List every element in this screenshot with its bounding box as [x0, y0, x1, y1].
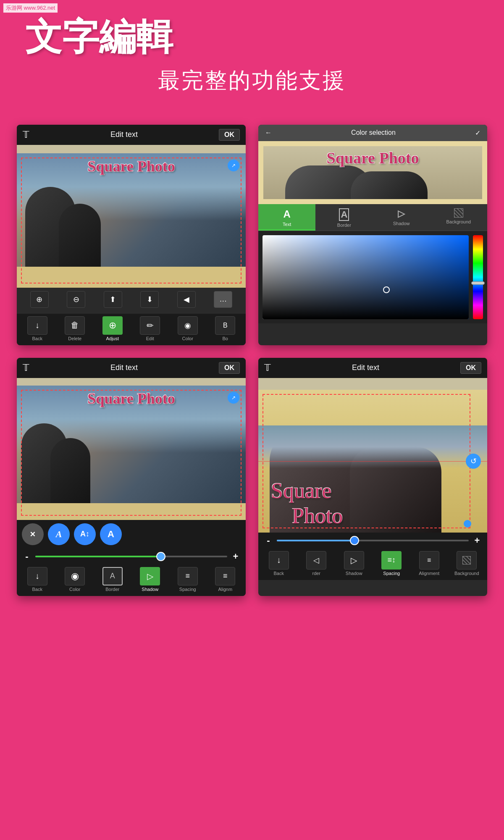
color-hue-bar[interactable]: [473, 235, 483, 319]
panel4-anchor[interactable]: [464, 520, 471, 528]
p3-back-btn[interactable]: ↓ Back: [25, 567, 50, 592]
delete-label: Delete: [68, 336, 81, 341]
p4-slider-thumb[interactable]: [350, 536, 359, 545]
panel4-top-strip: [258, 378, 487, 390]
panel2-figures: [263, 162, 482, 199]
p4-slider-track[interactable]: [277, 540, 469, 541]
hue-slider[interactable]: [471, 281, 485, 285]
p3-border-btn[interactable]: A Border: [100, 567, 125, 592]
p3-color-icon: ◉: [65, 567, 85, 585]
panel1-adjust-btn[interactable]: ⊕ Adjust: [100, 316, 125, 341]
p3-color-btn[interactable]: ◉ Color: [62, 567, 87, 592]
color-cursor[interactable]: [383, 286, 390, 293]
panel1-top-strip: [17, 145, 246, 153]
panel2-topbar: ← Color selection ✓: [258, 125, 487, 141]
panel4-rotate-handle[interactable]: ↺: [466, 454, 481, 469]
tab-shadow-icon: ▷: [398, 208, 405, 219]
more-icon[interactable]: …: [214, 291, 232, 308]
p3-shadow-btn[interactable]: ▷ Shadow: [137, 567, 163, 592]
panel1-delete-btn[interactable]: 🗑 Delete: [62, 316, 87, 341]
panel1-color-btn[interactable]: ◉ Color: [175, 316, 200, 341]
panel4-slider-row: - +: [258, 533, 487, 549]
slider-thumb[interactable]: [156, 552, 165, 561]
p4-slider-plus[interactable]: +: [472, 535, 482, 546]
panel1-bottom-nav: ↓ Back 🗑 Delete ⊕ Adjust ✏ Edit ◉ Color …: [17, 314, 246, 345]
tab-background-label: Background: [446, 219, 471, 224]
panel1-bottom-cream: [17, 267, 246, 288]
panel3-slider-row: - +: [17, 549, 246, 564]
color-icon: ◉: [178, 316, 198, 335]
zoom-in-icon[interactable]: ⊕: [30, 291, 49, 308]
panel1-back-btn[interactable]: ↓ Back: [25, 316, 50, 341]
move-left-icon[interactable]: ◀: [177, 291, 196, 308]
slider-minus[interactable]: -: [22, 551, 32, 562]
main-subtitle: 最完整的功能支援: [25, 66, 479, 95]
panel-4-spacing: 𝕋 Edit text OK ↺ Square Photo: [258, 358, 487, 596]
p4-background-btn[interactable]: Background: [454, 551, 479, 576]
zoom-out-icon[interactable]: ⊖: [67, 291, 85, 308]
panel4-script-text2: Photo: [292, 504, 343, 528]
panel2-preview: Square Photo: [258, 141, 487, 204]
color-label: Color: [182, 336, 193, 341]
panel-1-edit-text: 𝕋 Edit text OK Square Photo: [17, 125, 246, 345]
edit-icon: ✏: [140, 316, 160, 335]
tab-shadow[interactable]: ▷ Shadow: [373, 204, 430, 231]
p4-shadow-btn[interactable]: ▷ Shadow: [341, 551, 367, 576]
p4-align-btn[interactable]: ≡ Alignment: [417, 551, 442, 576]
panel1-border-btn[interactable]: B Bo: [213, 316, 238, 341]
tab-text-label: Text: [283, 222, 291, 227]
panel1-resize-handle[interactable]: ↗: [228, 160, 239, 171]
panel2-preview-bg: Square Photo: [263, 146, 482, 199]
size-a-tool[interactable]: A↕: [74, 523, 96, 545]
panel2-check[interactable]: ✓: [475, 129, 480, 137]
color-gradient[interactable]: [262, 235, 469, 319]
panel1-ok-button[interactable]: OK: [219, 129, 240, 141]
panel3-bottom-cream: [17, 503, 246, 520]
p4-border-btn[interactable]: ◁ rder: [304, 551, 329, 576]
p4-align-icon: ≡: [419, 551, 439, 570]
panel-2-color-selection: ← Color selection ✓ Square Photo A Text …: [258, 125, 487, 345]
p3-align-btn[interactable]: ≡ Alignm: [213, 567, 238, 592]
p4-slider-minus[interactable]: -: [263, 535, 273, 546]
p3-spacing-icon: ≡: [178, 567, 198, 585]
p3-spacing-btn[interactable]: ≡ Spacing: [175, 567, 200, 592]
slider-plus[interactable]: +: [231, 551, 241, 562]
p4-back-btn[interactable]: ↓ Back: [266, 551, 291, 576]
plain-a-tool[interactable]: A: [100, 523, 122, 545]
panel4-bottom-nav: ↓ Back ◁ rder ▷ Shadow ≡↕ Spacing ≡ Alig…: [258, 549, 487, 580]
tab-border[interactable]: A Border: [315, 204, 373, 231]
p3-back-icon: ↓: [27, 567, 47, 585]
panel3-resize-handle[interactable]: ↗: [228, 392, 239, 404]
p3-spacing-label: Spacing: [179, 587, 196, 592]
panel3-photo-area: Square Photo ↗: [17, 386, 246, 520]
close-text-tool[interactable]: ×: [22, 523, 44, 545]
p3-shadow-label: Shadow: [142, 587, 158, 592]
tab-text-icon: A: [283, 208, 290, 220]
text-edit-icon: 𝕋: [23, 129, 29, 140]
italic-a-tool[interactable]: A: [48, 523, 70, 545]
p3-border-icon: A: [102, 567, 123, 585]
p4-spacing-label: Spacing: [383, 571, 400, 576]
p4-background-icon: [457, 551, 477, 570]
panel1-icon-row: ⊕ ⊖ ⬆ ⬇ ◀ …: [17, 288, 246, 311]
panel4-ok-button[interactable]: OK: [460, 362, 481, 374]
p3-align-label: Alignm: [218, 587, 232, 592]
slider-track[interactable]: [35, 556, 227, 557]
panel2-back-arrow[interactable]: ←: [265, 129, 272, 136]
color-gradient-overlay: [262, 235, 469, 319]
move-up-icon[interactable]: ⬆: [104, 291, 122, 308]
tab-text[interactable]: A Text: [258, 204, 315, 231]
panel1-edit-btn[interactable]: ✏ Edit: [137, 316, 163, 341]
panel3-topbar: 𝕋 Edit text OK: [17, 358, 246, 378]
panel3-ok-button[interactable]: OK: [219, 362, 240, 374]
panel3-script-text: Square Photo: [87, 390, 175, 407]
panel4-topbar: 𝕋 Edit text OK: [258, 358, 487, 378]
panel3-bg: Square Photo ↗: [17, 386, 246, 520]
tab-background[interactable]: Background: [430, 204, 487, 231]
move-down-icon[interactable]: ⬇: [140, 291, 159, 308]
p4-spacing-btn[interactable]: ≡↕ Spacing: [379, 551, 404, 576]
panel4-script-text1: Square: [271, 478, 331, 503]
watermark: 乐游网 www.962.net: [3, 3, 58, 13]
panel2-title: Color selection: [351, 129, 396, 136]
panel-3-text-format: 𝕋 Edit text OK Square Photo ↗ × A A↕: [17, 358, 246, 596]
